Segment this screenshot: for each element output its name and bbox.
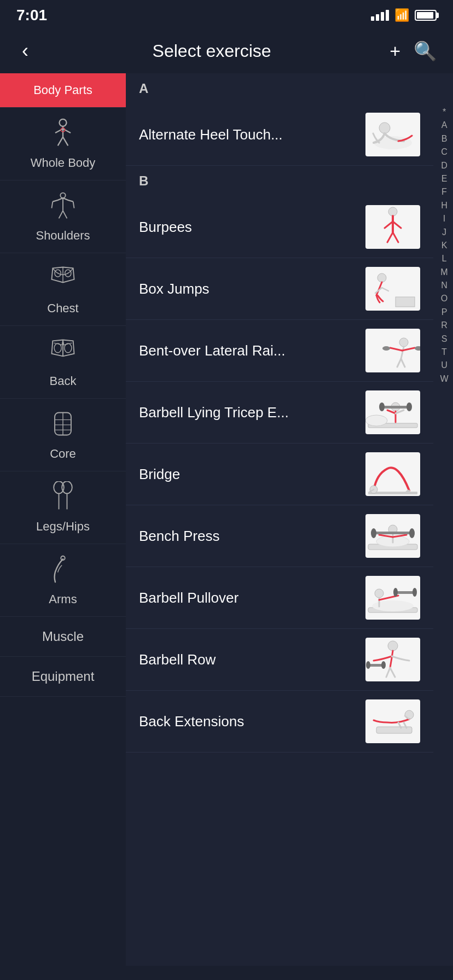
- sidebar-item-back[interactable]: Back: [0, 326, 126, 399]
- alpha-K[interactable]: K: [442, 240, 448, 252]
- alpha-N[interactable]: N: [441, 279, 448, 291]
- exercise-item-back-extensions[interactable]: Back Extensions: [126, 691, 433, 752]
- svg-rect-60: [374, 532, 412, 534]
- sidebar-item-body-parts[interactable]: Body Parts: [0, 73, 126, 108]
- alpha-R[interactable]: R: [441, 319, 448, 331]
- svg-line-73: [386, 668, 390, 677]
- exercise-item-burpees[interactable]: Burpees: [126, 196, 433, 258]
- exercise-thumb-bench-press: [365, 514, 420, 558]
- svg-line-35: [387, 232, 393, 242]
- sidebar-item-legs-hips[interactable]: Legs/Hips: [0, 471, 126, 544]
- alpha-C[interactable]: C: [441, 146, 448, 158]
- svg-point-69: [388, 641, 398, 651]
- svg-rect-37: [396, 297, 415, 307]
- alpha-A[interactable]: A: [442, 119, 448, 131]
- shoulders-icon: [48, 190, 78, 225]
- svg-line-11: [59, 211, 63, 218]
- alpha-star[interactable]: *: [443, 106, 446, 118]
- svg-line-5: [63, 137, 68, 145]
- svg-point-61: [371, 528, 376, 538]
- svg-point-18: [65, 343, 72, 353]
- section-header-B: B: [126, 166, 433, 196]
- alpha-B[interactable]: B: [442, 133, 448, 145]
- exercise-thumb-bent-over-lateral: [365, 329, 420, 372]
- sidebar-label-back: Back: [50, 374, 77, 388]
- exercise-item-bent-over-lateral[interactable]: Bent-over Lateral Rai...: [126, 320, 433, 382]
- exercise-item-box-jumps[interactable]: Box Jumps: [126, 258, 433, 320]
- alpha-U[interactable]: U: [441, 359, 448, 371]
- main-layout: Body Parts Whole Body: [0, 73, 453, 966]
- alpha-P[interactable]: P: [442, 306, 448, 318]
- back-button[interactable]: ‹: [16, 37, 34, 65]
- svg-rect-49: [382, 406, 409, 409]
- exercise-name-barbell-lying-tricep: Barbell Lying Tricep E...: [139, 404, 355, 421]
- alpha-M[interactable]: M: [440, 266, 448, 278]
- search-button[interactable]: 🔍: [414, 40, 437, 62]
- exercise-name-bridge: Bridge: [139, 466, 355, 483]
- exercise-item-barbell-lying-tricep[interactable]: Barbell Lying Tricep E...: [126, 382, 433, 444]
- exercise-item-bridge[interactable]: Bridge: [126, 444, 433, 505]
- sidebar-item-whole-body[interactable]: Whole Body: [0, 108, 126, 180]
- svg-point-17: [54, 343, 61, 353]
- sidebar-label-chest: Chest: [47, 301, 78, 316]
- signal-icon: [371, 10, 389, 21]
- svg-line-4: [58, 137, 63, 145]
- svg-point-30: [379, 122, 390, 133]
- alpha-E[interactable]: E: [442, 173, 448, 185]
- exercise-thumb-barbell-row: [365, 638, 420, 681]
- back-icon: [48, 336, 78, 371]
- exercise-thumb-barbell-lying-tricep: [365, 390, 420, 434]
- alpha-S[interactable]: S: [442, 333, 448, 345]
- svg-line-33: [385, 221, 393, 228]
- exercise-name-burpees: Burpees: [139, 219, 355, 236]
- sidebar-label-arms: Arms: [49, 592, 77, 606]
- arms-icon: [48, 554, 78, 589]
- svg-rect-70: [368, 664, 384, 667]
- alpha-W[interactable]: W: [440, 373, 448, 385]
- svg-point-71: [366, 661, 370, 669]
- exercise-thumb-burpees: [365, 205, 420, 249]
- exercise-item-bench-press[interactable]: Bench Press: [126, 505, 433, 567]
- alpha-D[interactable]: D: [441, 160, 448, 172]
- wifi-icon: 📶: [394, 8, 409, 22]
- alpha-T[interactable]: T: [442, 346, 447, 358]
- sidebar-label-equipment: Equipment: [32, 669, 95, 684]
- exercise-item-barbell-row[interactable]: Barbell Row: [126, 629, 433, 691]
- section-header-A: A: [126, 73, 433, 104]
- sidebar-item-arms[interactable]: Arms: [0, 544, 126, 617]
- sidebar-item-core[interactable]: Core: [0, 399, 126, 471]
- exercise-item-alt-heel-touch[interactable]: Alternate Heel Touch...: [126, 104, 433, 166]
- sidebar-label-muscle: Muscle: [42, 629, 84, 644]
- svg-line-9: [73, 202, 74, 208]
- page-title: Select exercise: [45, 41, 379, 61]
- svg-line-34: [393, 221, 401, 228]
- alpha-L[interactable]: L: [442, 253, 447, 265]
- sidebar-item-chest[interactable]: Chest: [0, 253, 126, 326]
- battery-icon: [415, 10, 437, 21]
- svg-point-68: [413, 588, 417, 597]
- exercise-item-barbell-pullover[interactable]: Barbell Pullover: [126, 567, 433, 629]
- sidebar-label-shoulders: Shoulders: [36, 229, 90, 243]
- exercise-name-alt-heel-touch: Alternate Heel Touch...: [139, 126, 355, 143]
- svg-line-44: [397, 359, 401, 367]
- svg-point-41: [399, 338, 408, 347]
- alpha-J[interactable]: J: [442, 226, 446, 238]
- alpha-O[interactable]: O: [441, 293, 448, 305]
- exercise-name-bench-press: Bench Press: [139, 528, 355, 545]
- svg-line-8: [51, 202, 53, 208]
- svg-point-65: [375, 589, 384, 598]
- exercise-thumb-back-extensions: [365, 699, 420, 743]
- sidebar-item-muscle[interactable]: Muscle: [0, 617, 126, 657]
- svg-point-64: [372, 600, 414, 611]
- svg-point-76: [405, 710, 414, 719]
- sidebar-item-equipment[interactable]: Equipment: [0, 657, 126, 697]
- sidebar-item-shoulders[interactable]: Shoulders: [0, 180, 126, 253]
- alpha-F[interactable]: F: [442, 186, 447, 198]
- exercise-list: A Alternate Heel Touch... B: [126, 73, 453, 752]
- legs-hips-icon: [48, 481, 78, 516]
- alpha-I[interactable]: I: [443, 213, 445, 225]
- sidebar-label-legs-hips: Legs/Hips: [36, 520, 90, 534]
- alpha-H[interactable]: H: [441, 200, 448, 212]
- add-button[interactable]: +: [390, 40, 400, 62]
- svg-line-40: [382, 288, 388, 291]
